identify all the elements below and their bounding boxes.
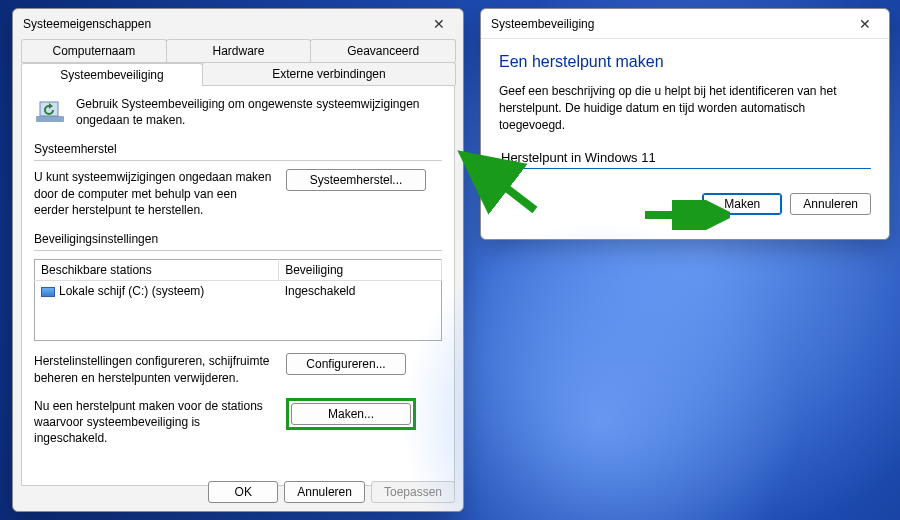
cancel-button[interactable]: Annuleren <box>284 481 365 503</box>
close-icon[interactable]: ✕ <box>851 14 879 34</box>
apply-button: Toepassen <box>371 481 455 503</box>
restore-point-name-input[interactable] <box>499 147 871 169</box>
drive-status: Ingeschakeld <box>279 280 442 301</box>
drives-table[interactable]: Beschikbare stations Beveiliging Lokale … <box>34 259 442 342</box>
tabs-row-1: Computernaam Hardware Geavanceerd <box>21 39 455 63</box>
restore-text: U kunt systeemwijzigingen ongedaan maken… <box>34 169 274 218</box>
system-restore-button[interactable]: Systeemherstel... <box>286 169 426 191</box>
dialog-title: Systeembeveiliging <box>491 17 594 31</box>
tab-hardware[interactable]: Hardware <box>166 39 312 62</box>
create-restore-point-button[interactable]: Maken... <box>291 403 411 425</box>
cancel-button[interactable]: Annuleren <box>790 193 871 215</box>
dialog-buttons: Maken Annuleren <box>481 183 889 229</box>
tab-remote[interactable]: Externe verbindingen <box>202 62 456 85</box>
info-row: Gebruik Systeembeveiliging om ongewenste… <box>34 96 442 128</box>
ok-button[interactable]: OK <box>208 481 278 503</box>
info-text: Gebruik Systeembeveiliging om ongewenste… <box>76 96 442 128</box>
group-protection: Beschikbare stations Beveiliging Lokale … <box>34 250 442 446</box>
tab-computername[interactable]: Computernaam <box>21 39 167 62</box>
system-properties-window: Systeemeigenschappen ✕ Computernaam Hard… <box>12 8 464 512</box>
col-drive[interactable]: Beschikbare stations <box>35 259 279 280</box>
titlebar[interactable]: Systeembeveiliging ✕ <box>481 9 889 39</box>
window-title: Systeemeigenschappen <box>23 17 151 31</box>
group-restore: U kunt systeemwijzigingen ongedaan maken… <box>34 160 442 218</box>
dialog-heading: Een herstelpunt maken <box>499 53 871 71</box>
close-icon[interactable]: ✕ <box>425 14 453 34</box>
col-status[interactable]: Beveiliging <box>279 259 442 280</box>
tabs-row-2: Systeembeveiliging Externe verbindingen <box>21 62 455 86</box>
create-button-highlight: Maken... <box>286 398 416 430</box>
drive-name: Lokale schijf (C:) (systeem) <box>59 284 204 298</box>
create-text: Nu een herstelpunt maken voor de station… <box>34 398 274 447</box>
group-label-restore: Systeemherstel <box>34 142 442 156</box>
restore-shield-icon <box>34 96 66 128</box>
svg-rect-0 <box>36 116 64 122</box>
config-text: Herstelinstellingen configureren, schijf… <box>34 353 274 385</box>
create-restore-point-dialog: Systeembeveiliging ✕ Een herstelpunt mak… <box>480 8 890 240</box>
group-label-protection: Beveiligingsinstellingen <box>34 232 442 246</box>
make-button[interactable]: Maken <box>702 193 782 215</box>
configure-button[interactable]: Configureren... <box>286 353 406 375</box>
drive-icon <box>41 287 55 297</box>
dialog-subtext: Geef een beschrijving op die u helpt bij… <box>499 83 871 133</box>
table-row[interactable]: Lokale schijf (C:) (systeem) Ingeschakel… <box>35 280 442 301</box>
tab-page: Gebruik Systeembeveiliging om ongewenste… <box>21 86 455 486</box>
titlebar[interactable]: Systeemeigenschappen ✕ <box>13 9 463 39</box>
dialog-buttons: OK Annuleren Toepassen <box>208 481 455 503</box>
tab-systemprotection[interactable]: Systeembeveiliging <box>21 63 203 86</box>
tab-advanced[interactable]: Geavanceerd <box>310 39 456 62</box>
